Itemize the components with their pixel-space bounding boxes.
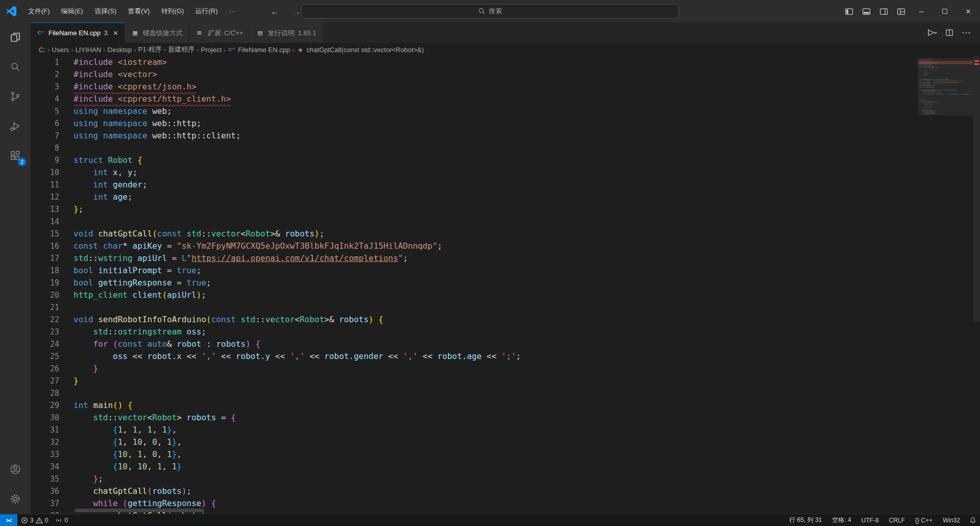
line-number[interactable]: 37 xyxy=(31,497,59,510)
line-number[interactable]: 25 xyxy=(31,350,59,363)
code-line[interactable]: 8 xyxy=(31,142,914,154)
breadcrumb-item[interactable]: 新建程序 xyxy=(168,45,194,54)
toggle-panel-icon[interactable] xyxy=(857,0,875,22)
line-number[interactable]: 24 xyxy=(31,338,59,350)
code-line[interactable]: 15void chatGptCall(const std::vector<Rob… xyxy=(31,228,914,240)
tab-extension-cpp[interactable]: ⊞扩展: C/C++ xyxy=(189,22,250,43)
menu-item[interactable]: 转到(G) xyxy=(156,4,190,18)
line-number[interactable]: 7 xyxy=(31,130,59,142)
code-line[interactable]: 19bool gettingResponse = true; xyxy=(31,277,914,289)
code-line[interactable]: 31 {1, 1, 1, 1}, xyxy=(31,424,914,436)
vertical-scrollbar[interactable] xyxy=(973,56,980,322)
breadcrumb-item[interactable]: Project xyxy=(201,46,222,54)
code-line[interactable]: 29int main() { xyxy=(31,399,914,412)
line-number[interactable]: 13 xyxy=(31,203,59,216)
status-language-mode[interactable]: {} C++ xyxy=(912,517,936,524)
breadcrumb-item[interactable]: Users xyxy=(52,46,69,54)
run-button[interactable] xyxy=(927,29,937,37)
code-line[interactable]: 18bool initialPrompt = true; xyxy=(31,265,914,277)
code-line[interactable]: 23 std::ostringstream oss; xyxy=(31,326,914,338)
code-line[interactable]: 10 int x, y; xyxy=(31,166,914,179)
sidebar-item-explorer[interactable] xyxy=(0,22,31,52)
breadcrumb-item[interactable]: LIYIHAN xyxy=(76,46,102,54)
breadcrumb-item[interactable]: P1-程序 xyxy=(138,45,162,54)
code-line[interactable]: 20http_client client(apiUrl); xyxy=(31,289,914,301)
line-number[interactable]: 9 xyxy=(31,154,59,166)
overview-ruler[interactable] xyxy=(973,56,980,514)
status-indentation[interactable]: 空格: 4 xyxy=(828,516,854,524)
minimize-button[interactable] xyxy=(910,0,933,22)
customize-layout-icon[interactable] xyxy=(892,0,910,22)
code-line[interactable]: 5using namespace web; xyxy=(31,105,914,117)
forward-button[interactable] xyxy=(292,7,300,16)
menu-item[interactable]: ··· xyxy=(223,4,241,18)
breadcrumb-item[interactable]: ◈chatGptCall(const std::vector<Robot>&) xyxy=(297,46,424,54)
minimap-slider[interactable] xyxy=(918,58,973,115)
code-line[interactable]: 27} xyxy=(31,375,914,387)
line-number[interactable]: 30 xyxy=(31,412,59,424)
breadcrumb-item[interactable]: C: xyxy=(39,46,45,54)
code-line[interactable]: 11 int gender; xyxy=(31,179,914,191)
status-cursor-position[interactable]: 行 65, 列 31 xyxy=(786,516,825,524)
line-number[interactable]: 29 xyxy=(31,399,59,412)
status-encoding[interactable]: UTF-8 xyxy=(858,517,883,524)
more-actions-button[interactable] xyxy=(962,27,971,38)
tab-filename-en-cpp[interactable]: C⁺⁺FileName EN.cpp3 xyxy=(31,22,125,43)
code-line[interactable]: 24 for (const auto& robot : robots) { xyxy=(31,338,914,350)
line-number[interactable]: 19 xyxy=(31,277,59,289)
menu-item[interactable]: 编辑(E) xyxy=(56,4,89,18)
settings-gear-icon[interactable] xyxy=(0,484,31,514)
code-line[interactable]: 17std::wstring apiUrl = L"https://api.op… xyxy=(31,252,914,265)
code-line[interactable]: 3#include <cpprest/json.h> xyxy=(31,81,914,93)
line-number[interactable]: 3 xyxy=(31,81,59,93)
tab-keyboard-shortcuts[interactable]: ▦键盘快捷方式 xyxy=(125,22,189,43)
line-number[interactable]: 6 xyxy=(31,117,59,130)
line-number[interactable]: 26 xyxy=(31,363,59,375)
code-line[interactable]: 22void sendRobotInfoToArduino(const std:… xyxy=(31,314,914,326)
line-number[interactable]: 2 xyxy=(31,68,59,81)
code-line[interactable]: 9struct Robot { xyxy=(31,154,914,166)
line-number[interactable]: 15 xyxy=(31,228,59,240)
code-line[interactable]: 37 while (gettingResponse) { xyxy=(31,497,914,510)
minimap[interactable]: #include <iostream>#include <vector>#inc… xyxy=(918,58,973,514)
tab-close-button[interactable] xyxy=(113,29,118,37)
ports-indicator[interactable]: 0 xyxy=(52,514,71,526)
line-number[interactable]: 8 xyxy=(31,142,59,154)
sidebar-item-extensions[interactable]: 2 xyxy=(0,141,31,171)
horizontal-scrollbar[interactable] xyxy=(75,509,204,512)
maximize-button[interactable] xyxy=(933,0,957,22)
account-icon[interactable] xyxy=(0,455,31,484)
code-line[interactable]: 12 int age; xyxy=(31,191,914,203)
code-line[interactable]: 7using namespace web::http::client; xyxy=(31,130,914,142)
menu-item[interactable]: 运行(R) xyxy=(189,4,223,18)
toggle-secondary-sidebar-icon[interactable] xyxy=(875,0,892,22)
line-number[interactable]: 18 xyxy=(31,265,59,277)
code-line[interactable]: 4#include <cpprest/http_client.h> xyxy=(31,93,914,105)
code-line[interactable]: 34 {10, 10, 1, 1} xyxy=(31,461,914,473)
problems-indicator[interactable]: 3 0 xyxy=(17,514,52,526)
code-line[interactable]: 28 xyxy=(31,387,914,399)
remote-indicator[interactable]: >< xyxy=(0,514,17,526)
line-number[interactable]: 4 xyxy=(31,93,59,105)
line-number[interactable]: 35 xyxy=(31,473,59,485)
line-number[interactable]: 34 xyxy=(31,461,59,473)
notifications-bell[interactable] xyxy=(966,514,980,526)
tab-release-notes[interactable]: ▤发行说明: 1.85.1 xyxy=(250,22,323,43)
code-line[interactable]: 1#include <iostream> xyxy=(31,56,914,68)
code-line[interactable]: 16const char* apiKey = "sk-Ym2FpyNM7GCXQ… xyxy=(31,240,914,252)
code-line[interactable]: 30 std::vector<Robot> robots = { xyxy=(31,412,914,424)
toggle-sidebar-icon[interactable] xyxy=(840,0,857,22)
code-line[interactable]: 33 {10, 1, 0, 1}, xyxy=(31,448,914,461)
line-number[interactable]: 28 xyxy=(31,387,59,399)
code-line[interactable]: 25 oss << robot.x << ',' << robot.y << '… xyxy=(31,350,914,363)
line-number[interactable]: 21 xyxy=(31,301,59,314)
code-line[interactable]: 32 {1, 10, 0, 1}, xyxy=(31,436,914,448)
line-number[interactable]: 17 xyxy=(31,252,59,265)
line-number[interactable]: 22 xyxy=(31,314,59,326)
split-editor-button[interactable] xyxy=(945,29,953,37)
close-button[interactable] xyxy=(957,0,980,22)
line-number[interactable]: 11 xyxy=(31,179,59,191)
code-line[interactable]: 36 chatGptCall(robots); xyxy=(31,485,914,497)
code-line[interactable]: 26 } xyxy=(31,363,914,375)
code-line[interactable]: 6using namespace web::http; xyxy=(31,117,914,130)
